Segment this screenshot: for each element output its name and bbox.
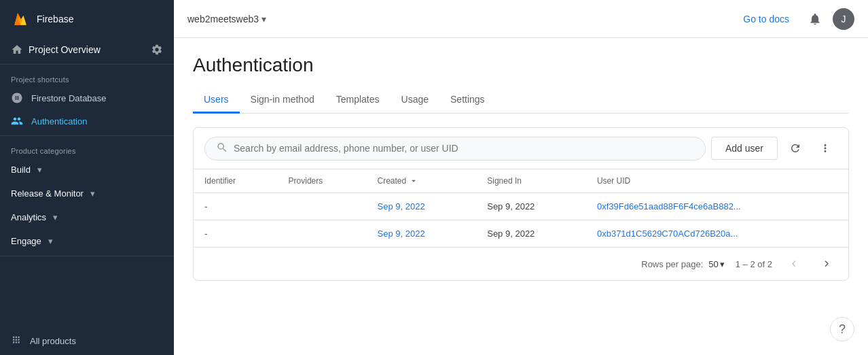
grid-icon xyxy=(11,334,23,348)
sidebar-group-build[interactable]: Build ▾ xyxy=(0,158,174,182)
release-chevron-icon: ▾ xyxy=(90,188,95,199)
users-table-card: Add user Identifier Providers Cr xyxy=(193,127,849,281)
build-chevron-icon: ▾ xyxy=(37,165,42,175)
all-products-label: All products xyxy=(30,336,76,346)
col-uid: User UID xyxy=(586,169,848,193)
sidebar: Firebase Project Overview Project shortc… xyxy=(0,0,174,355)
engage-group-label: Engage xyxy=(11,236,41,246)
pagination-prev-button[interactable] xyxy=(783,253,805,275)
pagination-next-button[interactable] xyxy=(816,253,837,275)
col-signed-in: Signed In xyxy=(476,169,586,193)
go-to-docs-button[interactable]: Go to docs xyxy=(735,10,797,29)
search-icon xyxy=(216,141,228,156)
analytics-group-label: Analytics xyxy=(11,212,46,222)
topbar: web2meetsweb3 ▾ Go to docs J xyxy=(174,0,868,38)
help-button[interactable]: ? xyxy=(830,317,854,341)
sidebar-header: Firebase xyxy=(0,0,174,38)
col-created[interactable]: Created xyxy=(367,169,477,193)
search-input[interactable] xyxy=(234,143,694,154)
search-wrapper xyxy=(204,137,706,160)
home-icon xyxy=(11,44,23,56)
sidebar-group-release[interactable]: Release & Monitor ▾ xyxy=(0,182,174,205)
refresh-button[interactable] xyxy=(783,136,808,160)
col-providers: Providers xyxy=(278,169,367,193)
tab-templates[interactable]: Templates xyxy=(325,87,391,114)
app-name: Firebase xyxy=(37,14,73,24)
project-selector[interactable]: web2meetsweb3 ▾ xyxy=(187,14,266,24)
page-content: Authentication Users Sign-in method Temp… xyxy=(174,38,868,355)
sidebar-group-analytics[interactable]: Analytics ▾ xyxy=(0,205,174,229)
row2-created: Sep 9, 2022 xyxy=(367,220,477,248)
user-avatar[interactable]: J xyxy=(833,8,854,30)
authentication-label: Authentication xyxy=(31,116,87,126)
engage-chevron-icon: ▾ xyxy=(48,236,53,246)
add-user-button[interactable]: Add user xyxy=(711,137,778,160)
notification-icon[interactable] xyxy=(803,7,827,31)
sidebar-divider-2 xyxy=(0,135,174,136)
rows-per-page-value: 50 xyxy=(708,259,718,269)
shortcuts-section-label: Project shortcuts xyxy=(0,67,174,86)
project-dropdown-icon: ▾ xyxy=(261,14,266,24)
row1-signed-in: Sep 9, 2022 xyxy=(476,193,586,220)
pagination-info: 1 – 2 of 2 xyxy=(736,259,772,269)
row1-created: Sep 9, 2022 xyxy=(367,193,477,220)
row2-uid[interactable]: 0xb371d1C5629C70ACd726B20a... xyxy=(586,220,848,248)
col-identifier: Identifier xyxy=(194,169,278,193)
build-group-label: Build xyxy=(11,165,31,175)
row2-providers xyxy=(278,220,367,248)
pagination-bar: Rows per page: 50 ▾ 1 – 2 of 2 xyxy=(194,247,848,280)
rows-per-page-select[interactable]: 50 ▾ xyxy=(708,259,724,269)
release-group-label: Release & Monitor xyxy=(11,188,84,199)
sidebar-divider-1 xyxy=(0,64,174,65)
firebase-logo-icon xyxy=(11,10,30,29)
sidebar-item-firestore[interactable]: Firestore Database xyxy=(0,86,174,109)
row2-identifier: - xyxy=(194,220,278,248)
settings-gear-icon[interactable] xyxy=(151,44,163,56)
table-row: - Sep 9, 2022 Sep 9, 2022 0xb371d1C5629C… xyxy=(194,220,848,248)
tab-users[interactable]: Users xyxy=(193,87,240,114)
row2-signed-in: Sep 9, 2022 xyxy=(476,220,586,248)
row1-identifier: - xyxy=(194,193,278,220)
page-title: Authentication xyxy=(193,54,849,76)
users-table: Identifier Providers Created Signed In U… xyxy=(194,169,848,247)
tab-usage[interactable]: Usage xyxy=(391,87,439,114)
firestore-icon xyxy=(11,92,24,104)
tabs-bar: Users Sign-in method Templates Usage Set… xyxy=(193,87,849,114)
auth-icon xyxy=(11,115,24,127)
row1-uid[interactable]: 0xf39Fd6e51aad88F6F4ce6aB882... xyxy=(586,193,848,220)
all-products-item[interactable]: All products xyxy=(0,327,174,355)
project-overview-item[interactable]: Project Overview xyxy=(0,38,174,61)
categories-section-label: Product categories xyxy=(0,139,174,158)
project-overview-label: Project Overview xyxy=(29,44,145,55)
analytics-chevron-icon: ▾ xyxy=(53,212,58,222)
search-bar: Add user xyxy=(194,128,848,169)
tab-settings[interactable]: Settings xyxy=(439,87,496,114)
sidebar-item-authentication[interactable]: Authentication xyxy=(0,109,174,133)
tab-signin-method[interactable]: Sign-in method xyxy=(240,87,325,114)
project-name: web2meetsweb3 xyxy=(187,14,259,24)
sidebar-group-engage[interactable]: Engage ▾ xyxy=(0,229,174,253)
rows-per-page: Rows per page: 50 ▾ xyxy=(641,259,725,269)
more-options-button[interactable] xyxy=(813,136,837,160)
rows-per-page-label: Rows per page: xyxy=(641,259,703,269)
table-row: - Sep 9, 2022 Sep 9, 2022 0xf39Fd6e51aad… xyxy=(194,193,848,220)
rows-dropdown-icon: ▾ xyxy=(720,259,725,269)
row1-providers xyxy=(278,193,367,220)
sidebar-divider-3 xyxy=(0,256,174,256)
main-content: web2meetsweb3 ▾ Go to docs J Authenticat… xyxy=(174,0,868,355)
firestore-label: Firestore Database xyxy=(31,93,107,103)
